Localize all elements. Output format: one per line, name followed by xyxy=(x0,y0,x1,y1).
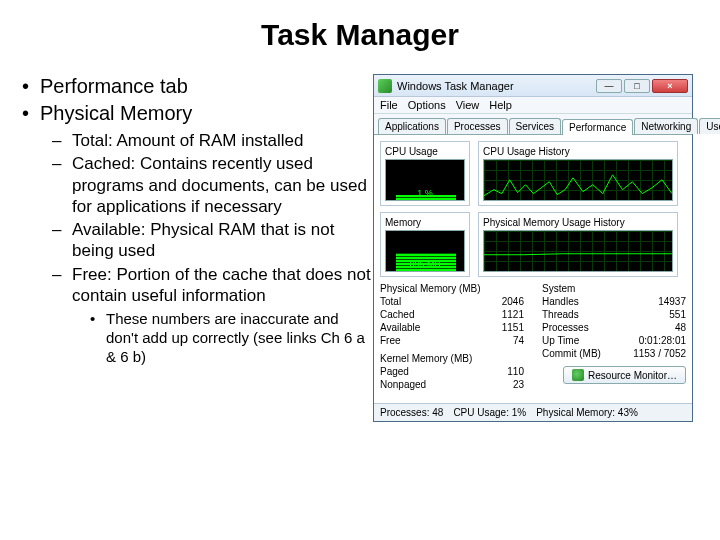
subsubbullet-note: These numbers are inaccurate and don't a… xyxy=(88,310,373,366)
maximize-button[interactable]: □ xyxy=(624,79,650,93)
resource-monitor-button[interactable]: Resource Monitor… xyxy=(563,366,686,384)
subbullet-total: Total: Amount of RAM installed xyxy=(50,130,373,151)
menu-view[interactable]: View xyxy=(456,99,480,111)
value-paged: 110 xyxy=(507,365,524,378)
label-cached: Cached xyxy=(380,308,414,321)
subbullet-cached: Cached: Contains recently used programs … xyxy=(50,153,373,217)
label-total: Total xyxy=(380,295,401,308)
menubar: File Options View Help xyxy=(374,97,692,114)
value-threads: 551 xyxy=(669,308,686,321)
label-uptime: Up Time xyxy=(542,334,579,347)
value-nonpaged: 23 xyxy=(513,378,524,391)
subbullet-free: Free: Portion of the cache that does not… xyxy=(50,264,373,367)
tab-users[interactable]: Users xyxy=(699,118,720,134)
value-processes: 48 xyxy=(675,321,686,334)
tab-processes[interactable]: Processes xyxy=(447,118,508,134)
slide-title: Task Manager xyxy=(0,18,720,52)
group-header: System xyxy=(542,283,686,294)
physical-memory-group: Physical Memory (MB) Total2046 Cached112… xyxy=(380,283,524,347)
tab-services[interactable]: Services xyxy=(509,118,561,134)
memory-value: 895 MB xyxy=(386,259,464,269)
button-label: Resource Monitor… xyxy=(588,370,677,381)
status-memory: Physical Memory: 43% xyxy=(536,407,638,418)
tab-applications[interactable]: Applications xyxy=(378,118,446,134)
label-threads: Threads xyxy=(542,308,579,321)
group-header: Physical Memory (MB) xyxy=(380,283,524,294)
memory-panel: Memory 895 MB xyxy=(380,212,470,277)
status-bar: Processes: 48 CPU Usage: 1% Physical Mem… xyxy=(374,403,692,421)
label-free: Free xyxy=(380,334,401,347)
value-uptime: 0:01:28:01 xyxy=(639,334,686,347)
status-cpu: CPU Usage: 1% xyxy=(453,407,526,418)
cpu-usage-panel: CPU Usage 1 % xyxy=(380,141,470,206)
bullet-physical-memory: Physical Memory Total: Amount of RAM ins… xyxy=(18,101,373,366)
close-button[interactable]: × xyxy=(652,79,688,93)
label-available: Available xyxy=(380,321,420,334)
label-paged: Paged xyxy=(380,365,409,378)
panel-label: CPU Usage xyxy=(385,146,465,157)
value-free: 74 xyxy=(513,334,524,347)
label-handles: Handles xyxy=(542,295,579,308)
panel-label: Physical Memory Usage History xyxy=(483,217,673,228)
titlebar[interactable]: Windows Task Manager — □ × xyxy=(374,75,692,97)
value-commit: 1153 / 7052 xyxy=(633,347,686,360)
tab-networking[interactable]: Networking xyxy=(634,118,698,134)
memory-meter: 895 MB xyxy=(385,230,465,272)
minimize-button[interactable]: — xyxy=(596,79,622,93)
cpu-history-chart xyxy=(483,159,673,201)
label-processes: Processes xyxy=(542,321,589,334)
monitor-icon xyxy=(572,369,584,381)
panel-label: CPU Usage History xyxy=(483,146,673,157)
window-title: Windows Task Manager xyxy=(397,80,594,92)
status-processes: Processes: 48 xyxy=(380,407,443,418)
bullet-label: Physical Memory xyxy=(40,102,192,124)
memory-history-chart xyxy=(483,230,673,272)
system-group: System Handles14937 Threads551 Processes… xyxy=(542,283,686,360)
cpu-history-panel: CPU Usage History xyxy=(478,141,678,206)
label-commit: Commit (MB) xyxy=(542,347,601,360)
panel-label: Memory xyxy=(385,217,465,228)
cpu-value: 1 % xyxy=(386,188,464,198)
tab-performance[interactable]: Performance xyxy=(562,119,633,135)
tab-bar: Applications Processes Services Performa… xyxy=(374,114,692,135)
menu-help[interactable]: Help xyxy=(489,99,512,111)
app-icon xyxy=(378,79,392,93)
bullet-performance-tab: Performance tab xyxy=(18,74,373,99)
value-handles: 14937 xyxy=(658,295,686,308)
value-cached: 1121 xyxy=(502,308,524,321)
value-total: 2046 xyxy=(502,295,524,308)
kernel-memory-group: Kernel Memory (MB) Paged110 Nonpaged23 xyxy=(380,353,524,391)
subbullet-label: Free: Portion of the cache that does not… xyxy=(72,265,371,305)
text-column: Performance tab Physical Memory Total: A… xyxy=(18,74,373,422)
menu-file[interactable]: File xyxy=(380,99,398,111)
value-available: 1151 xyxy=(502,321,524,334)
cpu-meter: 1 % xyxy=(385,159,465,201)
subbullet-available: Available: Physical RAM that is not bein… xyxy=(50,219,373,262)
memory-history-panel: Physical Memory Usage History xyxy=(478,212,678,277)
task-manager-window: Windows Task Manager — □ × File Options … xyxy=(373,74,693,422)
label-nonpaged: Nonpaged xyxy=(380,378,426,391)
menu-options[interactable]: Options xyxy=(408,99,446,111)
group-header: Kernel Memory (MB) xyxy=(380,353,524,364)
